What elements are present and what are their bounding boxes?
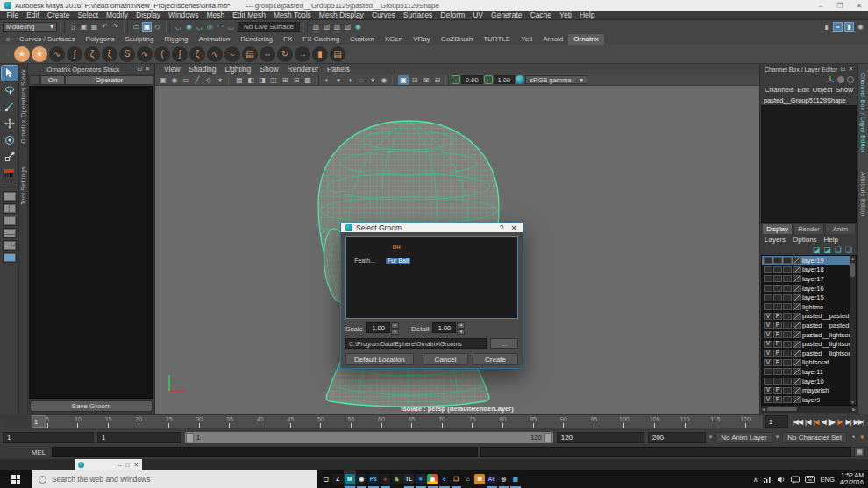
layout-three-button[interactable]	[3, 240, 17, 251]
taskbar-app-icon[interactable]: e	[438, 470, 451, 488]
layer-display-type-box[interactable]	[783, 350, 792, 357]
menu-item[interactable]: Mesh Tools	[270, 11, 316, 19]
tab-tool-settings[interactable]: Tool Settings	[20, 166, 26, 205]
snap-icon[interactable]: ◉	[184, 22, 194, 32]
timeline-tick[interactable]: 55	[336, 415, 366, 428]
colorspace-dropdown[interactable]: sRGB gamma▾	[525, 75, 587, 84]
layer-display-type-box[interactable]	[783, 359, 792, 366]
range-end-handle[interactable]	[544, 433, 552, 442]
layer-name[interactable]: layer10	[802, 378, 824, 385]
ornatrix-shelf-icon[interactable]: S	[119, 46, 135, 62]
layer-color-swatch[interactable]	[793, 294, 801, 301]
timeline-track[interactable]: 1 51015202530354045505560657075808590951…	[30, 414, 764, 428]
layer-display-type-box[interactable]	[783, 368, 792, 375]
file-action-icon[interactable]: ▯	[68, 22, 78, 32]
layer-visibility-box[interactable]	[764, 303, 772, 310]
scale-spinner[interactable]: 1.00 ▲▼	[366, 322, 399, 335]
viewport-menu-item[interactable]: Shading	[184, 65, 220, 74]
menu-item[interactable]: Help	[575, 11, 598, 19]
timeline-tick[interactable]: 105	[639, 415, 670, 428]
selection-mode-icon[interactable]: ▣	[142, 22, 152, 32]
timeline-tick[interactable]: 35	[215, 415, 245, 428]
groom-item[interactable]: Feath...	[351, 240, 379, 264]
layer-name[interactable]: layer15	[802, 294, 824, 301]
ornatrix-shelf-icon[interactable]: (	[154, 46, 170, 62]
viewport-lighting-icon[interactable]: ◑	[345, 75, 355, 85]
speed-icon[interactable]	[837, 76, 844, 83]
shelf-handle-icon[interactable]: ○	[4, 51, 12, 57]
groom-label[interactable]: Feath...	[354, 258, 375, 264]
layer-color-swatch[interactable]	[793, 350, 801, 357]
render-icon[interactable]: ▥	[311, 22, 321, 32]
layout-two-horizontal-button[interactable]	[3, 228, 17, 238]
viewport-shading-icon[interactable]: ◧	[245, 75, 256, 85]
restore-button[interactable]: ❐	[836, 2, 844, 10]
script-editor-icon[interactable]: ▦	[854, 447, 865, 457]
viewport-shading-icon[interactable]: ⊞	[280, 75, 290, 85]
playback-button[interactable]: |◀	[813, 418, 818, 426]
layer-name[interactable]: lightsorat	[802, 358, 829, 366]
layer-display-type-box[interactable]	[783, 396, 792, 403]
menu-item[interactable]: Deform	[437, 11, 469, 19]
shelf-tab[interactable]: Animation	[194, 34, 236, 45]
timeline-tick[interactable]: 60	[366, 415, 397, 428]
layout-single-button[interactable]	[3, 191, 17, 202]
keyboard-icon[interactable]	[805, 476, 815, 483]
menu-item[interactable]: Create	[43, 11, 74, 19]
timeline-tick[interactable]: 85	[518, 415, 549, 428]
layer-visibility-box[interactable]: V	[764, 396, 772, 403]
ornatrix-shelf-icon[interactable]: ʃ	[172, 46, 188, 62]
layer-playback-box[interactable]	[773, 368, 782, 375]
menu-item[interactable]: Curves	[367, 11, 399, 19]
range-slider-track[interactable]: 1 120	[185, 432, 553, 443]
viewport-camera-icon[interactable]: ◉	[169, 75, 180, 85]
layer-display-type-box[interactable]	[783, 387, 792, 394]
layer-row[interactable]: V P pasted__lightsorat	[762, 349, 850, 358]
status-divider[interactable]	[303, 22, 308, 32]
timeline-tick[interactable]: 50	[305, 415, 336, 428]
layer-color-swatch[interactable]	[793, 331, 801, 338]
layer-name[interactable]: mayarish	[802, 386, 829, 394]
render-icon[interactable]: ▥	[322, 22, 331, 32]
scrollbar-thumb[interactable]	[767, 407, 797, 411]
layer-display-type-box[interactable]	[783, 313, 792, 320]
color-management-icon[interactable]	[516, 75, 524, 84]
playback-start-field[interactable]: 1	[97, 432, 181, 443]
viewport-display-icon[interactable]: ▣	[398, 75, 409, 85]
help-button[interactable]: ?	[497, 223, 506, 232]
ornatrix-shelf-icon[interactable]: ≈	[224, 46, 240, 62]
taskbar-app-icon[interactable]: ▦	[509, 470, 522, 488]
layer-playback-box[interactable]: P	[773, 331, 782, 338]
layer-row[interactable]: layer19	[762, 256, 850, 265]
layer-display-type-box[interactable]	[783, 303, 792, 310]
timeline-tick[interactable]: 20	[124, 415, 154, 428]
auto-keyframe-clock-icon[interactable]: ◔	[850, 433, 855, 442]
status-divider[interactable]	[124, 22, 128, 32]
render-icon[interactable]: ▥	[332, 22, 342, 32]
layer-name[interactable]: layer9	[802, 396, 820, 404]
layer-row[interactable]: V P lightsorat	[762, 358, 850, 368]
snap-icon[interactable]: ◎	[205, 22, 215, 32]
layer-color-swatch[interactable]	[793, 387, 801, 394]
shelf-menu-icon[interactable]: ≡	[2, 36, 14, 45]
ornatrix-shelf-icon[interactable]: ▤	[242, 46, 258, 62]
character-set-dropdown[interactable]: No Character Set	[782, 432, 847, 443]
tab-attribute-editor[interactable]: Attribute Editor	[860, 172, 866, 216]
viewport-display-icon[interactable]: ⊡	[409, 75, 420, 85]
create-button[interactable]: Create	[473, 353, 518, 365]
shelf-tab[interactable]: XGen	[380, 34, 408, 45]
viewport-lighting-icon[interactable]: ◌	[356, 75, 366, 85]
viewport-shading-icon[interactable]: ⊟	[291, 75, 302, 85]
pin-icon[interactable]: ⊡	[136, 66, 144, 73]
menu-item[interactable]: Yeti	[556, 11, 576, 19]
live-surface-field[interactable]: No Live Surface	[238, 22, 300, 32]
timeline-tick[interactable]: 40	[245, 415, 275, 428]
layer-name[interactable]: layer17	[802, 275, 824, 283]
layer-row[interactable]: V P mayarish	[762, 385, 850, 395]
ornatrix-shelf-icon[interactable]: ▮	[312, 46, 328, 62]
layer-row[interactable]: layer18	[762, 265, 850, 275]
layer-row[interactable]: V P pasted__pasted__lig	[762, 312, 850, 322]
timeline-tick[interactable]: 45	[275, 415, 306, 428]
layer-playback-box[interactable]	[773, 303, 782, 310]
layer-row[interactable]: V P pasted__pasted__lig	[762, 321, 850, 330]
